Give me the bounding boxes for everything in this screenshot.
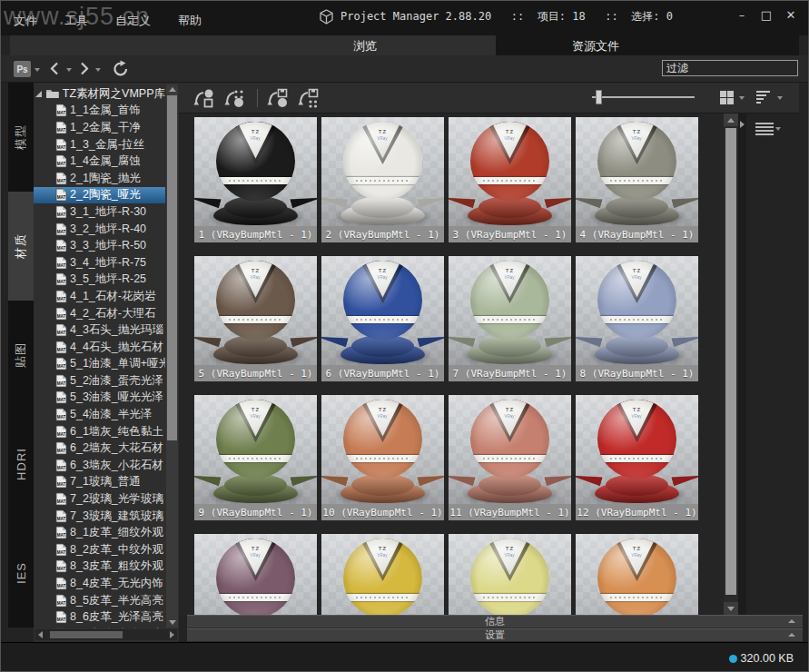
tree-item[interactable]: MAT2_2陶瓷_哑光: [34, 187, 165, 204]
tree-item[interactable]: MAT8_4皮革_无光内饰: [34, 575, 165, 592]
material-item[interactable]: TZVRay7 (VRayBumpMtl - 1): [449, 256, 571, 381]
tree-item[interactable]: MAT3_2_地坪-R-40: [34, 221, 165, 238]
tree-item[interactable]: MAT6_2墙灰_大花石材: [34, 440, 165, 457]
tree-item[interactable]: MAT8_1皮革_细纹外观: [34, 524, 165, 541]
tree-root-folder[interactable]: TZ素材网之VMPP库: [34, 85, 165, 103]
sort-caret-icon[interactable]: [777, 96, 783, 100]
tree-item[interactable]: MAT3_1_地坪-R-30: [34, 203, 165, 221]
tree-item[interactable]: MAT6_3墙灰_小花石材: [34, 457, 165, 474]
sidebar-tab-IES[interactable]: IES: [8, 519, 34, 628]
settings-rollout[interactable]: 设置: [187, 628, 803, 642]
tree-item[interactable]: MAT4_3石头_抛光玛瑙: [34, 321, 165, 339]
material-preview: TZVRay: [194, 117, 317, 226]
render-preview-button[interactable]: [267, 87, 291, 109]
tree-item[interactable]: MAT8_3皮革_粗纹外观: [34, 558, 165, 576]
sidebar-tab-材质[interactable]: 材质: [8, 192, 34, 301]
material-item[interactable]: TZVRay6 (VRayBumpMtl - 1): [321, 256, 444, 381]
rollout-arrow-icon: [788, 619, 795, 623]
tree-item[interactable]: MAT1_4金属_腐蚀: [34, 153, 165, 170]
sidebar-tab-模型[interactable]: 模型: [8, 83, 34, 192]
tree-item[interactable]: MAT6_1墙灰_纯色黏土: [34, 423, 165, 440]
filter-input[interactable]: [662, 60, 798, 76]
back-history-caret-icon[interactable]: [66, 68, 72, 72]
sidebar-tab-HDRI[interactable]: HDRI: [8, 410, 34, 519]
maximize-button[interactable]: □: [760, 8, 773, 22]
forward-history-caret-icon[interactable]: [95, 68, 101, 72]
thumbnail-size-slider[interactable]: [592, 96, 695, 98]
refresh-button[interactable]: [112, 60, 130, 78]
close-button[interactable]: ✕: [784, 8, 797, 22]
tree-item[interactable]: MAT1_3_金属-拉丝: [34, 136, 165, 153]
panel-menu-icon[interactable]: [755, 123, 774, 135]
ball-spike-left: [194, 191, 222, 210]
tree-item[interactable]: MAT5_3油漆_哑光光泽: [34, 390, 165, 407]
tree-item[interactable]: MAT9_1木材_高光橡木: [34, 626, 165, 628]
material-item[interactable]: TZVRay1 (VRayBumpMtl - 1): [194, 117, 317, 242]
tree-item[interactable]: MAT8_2皮革_中纹外观: [34, 541, 165, 558]
material-item[interactable]: TZVRay4 (VRayBumpMtl - 1): [576, 117, 698, 242]
grid-vertical-scrollbar[interactable]: [724, 114, 738, 615]
tree-item[interactable]: MAT3_4_地坪-R-75: [34, 254, 165, 272]
render-all-previews-button[interactable]: [298, 87, 321, 109]
tree-item[interactable]: MAT5_2油漆_蛋壳光泽: [34, 372, 165, 390]
tree-item[interactable]: MAT1_1金属_首饰: [34, 103, 165, 120]
assign-material-to-object-button[interactable]: [193, 87, 217, 109]
material-item[interactable]: TZVRay3 (VRayBumpMtl - 1): [449, 117, 571, 242]
tab-resource-files[interactable]: 资源文件: [496, 35, 799, 55]
tree-hscroll-thumb[interactable]: [50, 631, 123, 638]
sort-icon[interactable]: [756, 91, 771, 104]
scroll-up-icon[interactable]: [169, 87, 176, 92]
material-item[interactable]: TZVRay10 (VRayBumpMtl - 1): [321, 395, 444, 520]
material-item[interactable]: TZVRay11 (VRayBumpMtl - 1): [449, 395, 571, 520]
material-item[interactable]: TZVRay: [194, 534, 317, 615]
tree-item[interactable]: MAT2_1陶瓷_抛光: [34, 170, 165, 187]
material-item[interactable]: TZVRay2 (VRayBumpMtl - 1): [321, 117, 444, 242]
back-button[interactable]: [48, 61, 62, 76]
photoshop-button[interactable]: Ps: [14, 61, 31, 77]
panel-expander[interactable]: [738, 114, 746, 615]
grid-scroll-down-icon[interactable]: [724, 602, 738, 615]
tab-browse[interactable]: 浏览: [10, 35, 496, 55]
tree-item[interactable]: MAT3_5_地坪-R-25: [34, 272, 165, 289]
tree-scroll-thumb[interactable]: [167, 95, 177, 440]
assign-material-to-selection-button[interactable]: [224, 87, 248, 109]
tree-item[interactable]: MAT5_1油漆_单调+哑光: [34, 356, 165, 373]
minimize-button[interactable]: –: [735, 8, 748, 22]
sidebar-tab-贴图[interactable]: 贴图: [8, 301, 34, 410]
tree-item[interactable]: MAT8_5皮革_半光高亮: [34, 592, 165, 609]
grid-scroll-up-icon[interactable]: [724, 114, 738, 126]
expand-triangle-icon[interactable]: [35, 91, 42, 97]
tree-item[interactable]: MAT8_6皮革_光泽高亮: [34, 608, 165, 626]
grid-scroll-thumb[interactable]: [725, 128, 736, 595]
tree-item[interactable]: MAT4_1_石材-花岗岩: [34, 288, 165, 305]
tree-item[interactable]: MAT7_3玻璃_建筑玻璃: [34, 508, 165, 525]
tree-horizontal-scrollbar[interactable]: [35, 629, 177, 640]
thumbnail-view-icon[interactable]: [720, 91, 734, 104]
material-item[interactable]: TZVRay: [449, 534, 571, 615]
photoshop-dropdown-caret-icon[interactable]: [35, 68, 40, 72]
material-item[interactable]: TZVRay9 (VRayBumpMtl - 1): [194, 395, 317, 520]
tree-item[interactable]: MAT3_3_地坪-R-50: [34, 237, 165, 254]
scroll-right-icon[interactable]: [170, 631, 174, 638]
tree-item[interactable]: MAT1_2金属_干净: [34, 119, 165, 136]
scroll-left-icon[interactable]: [38, 631, 43, 638]
tree-item[interactable]: MAT4_4石头_抛光石材: [34, 339, 165, 356]
tree-vertical-scrollbar[interactable]: [166, 84, 178, 628]
material-item[interactable]: TZVRay12 (VRayBumpMtl - 1): [576, 395, 698, 520]
forward-button[interactable]: [77, 61, 91, 76]
material-item[interactable]: TZVRay5 (VRayBumpMtl - 1): [194, 256, 317, 381]
scroll-down-icon[interactable]: [169, 620, 176, 625]
material-item[interactable]: TZVRay: [321, 534, 444, 615]
view-mode-caret-icon[interactable]: [739, 96, 745, 100]
menu-3[interactable]: 帮助: [178, 13, 202, 29]
info-rollout[interactable]: 信息: [187, 615, 803, 628]
tree-item-label: 9_1木材_高光橡木: [70, 627, 163, 628]
material-item[interactable]: TZVRay8 (VRayBumpMtl - 1): [576, 256, 698, 381]
ball-spike-left: [449, 608, 476, 615]
tree-item[interactable]: MAT7_2玻璃_光学玻璃: [34, 490, 165, 508]
tree-item[interactable]: MAT4_2_石材-大理石: [34, 305, 165, 322]
tree-item[interactable]: MAT7_1玻璃_普通: [34, 474, 165, 491]
slider-knob[interactable]: [596, 90, 602, 104]
tree-item[interactable]: MAT5_4油漆_半光泽: [34, 406, 165, 423]
material-item[interactable]: TZVRay: [576, 534, 698, 615]
